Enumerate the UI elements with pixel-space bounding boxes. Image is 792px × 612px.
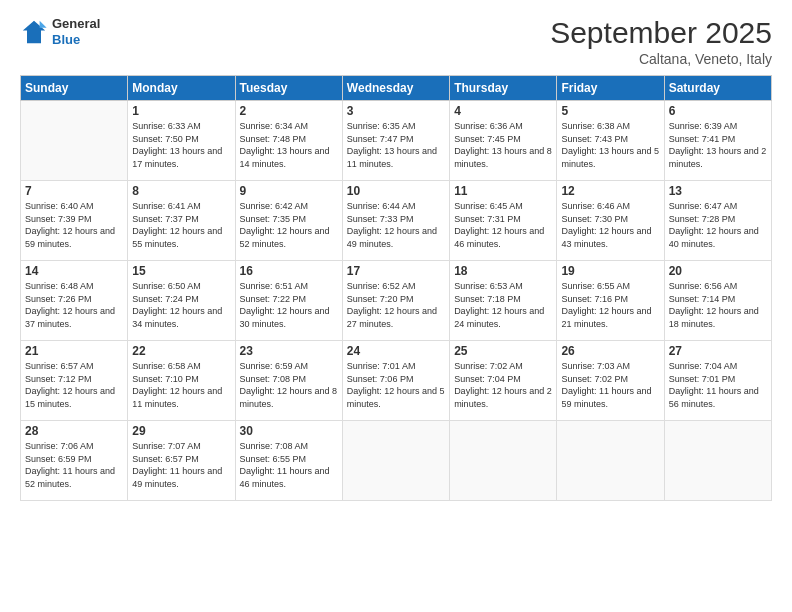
day-number: 30 <box>240 424 338 438</box>
day-cell: 9Sunrise: 6:42 AM Sunset: 7:35 PM Daylig… <box>235 181 342 261</box>
day-number: 28 <box>25 424 123 438</box>
day-cell: 6Sunrise: 6:39 AM Sunset: 7:41 PM Daylig… <box>664 101 771 181</box>
page: General Blue September 2025 Caltana, Ven… <box>0 0 792 612</box>
day-cell: 13Sunrise: 6:47 AM Sunset: 7:28 PM Dayli… <box>664 181 771 261</box>
day-cell: 30Sunrise: 7:08 AM Sunset: 6:55 PM Dayli… <box>235 421 342 501</box>
day-cell: 15Sunrise: 6:50 AM Sunset: 7:24 PM Dayli… <box>128 261 235 341</box>
day-cell: 1Sunrise: 6:33 AM Sunset: 7:50 PM Daylig… <box>128 101 235 181</box>
day-cell <box>450 421 557 501</box>
day-number: 25 <box>454 344 552 358</box>
day-info: Sunrise: 6:46 AM Sunset: 7:30 PM Dayligh… <box>561 200 659 250</box>
day-number: 20 <box>669 264 767 278</box>
day-number: 2 <box>240 104 338 118</box>
week-row-1: 1Sunrise: 6:33 AM Sunset: 7:50 PM Daylig… <box>21 101 772 181</box>
day-number: 18 <box>454 264 552 278</box>
day-cell: 25Sunrise: 7:02 AM Sunset: 7:04 PM Dayli… <box>450 341 557 421</box>
title-block: September 2025 Caltana, Veneto, Italy <box>550 16 772 67</box>
day-number: 4 <box>454 104 552 118</box>
subtitle: Caltana, Veneto, Italy <box>550 51 772 67</box>
header-row: Sunday Monday Tuesday Wednesday Thursday… <box>21 76 772 101</box>
day-cell <box>342 421 449 501</box>
day-cell: 7Sunrise: 6:40 AM Sunset: 7:39 PM Daylig… <box>21 181 128 261</box>
day-cell: 24Sunrise: 7:01 AM Sunset: 7:06 PM Dayli… <box>342 341 449 421</box>
day-number: 13 <box>669 184 767 198</box>
week-row-4: 21Sunrise: 6:57 AM Sunset: 7:12 PM Dayli… <box>21 341 772 421</box>
day-cell: 3Sunrise: 6:35 AM Sunset: 7:47 PM Daylig… <box>342 101 449 181</box>
day-cell: 23Sunrise: 6:59 AM Sunset: 7:08 PM Dayli… <box>235 341 342 421</box>
day-info: Sunrise: 6:35 AM Sunset: 7:47 PM Dayligh… <box>347 120 445 170</box>
col-thursday: Thursday <box>450 76 557 101</box>
logo-icon <box>20 18 48 46</box>
day-number: 29 <box>132 424 230 438</box>
day-number: 24 <box>347 344 445 358</box>
day-cell: 11Sunrise: 6:45 AM Sunset: 7:31 PM Dayli… <box>450 181 557 261</box>
day-info: Sunrise: 7:02 AM Sunset: 7:04 PM Dayligh… <box>454 360 552 410</box>
day-info: Sunrise: 7:03 AM Sunset: 7:02 PM Dayligh… <box>561 360 659 410</box>
day-info: Sunrise: 6:48 AM Sunset: 7:26 PM Dayligh… <box>25 280 123 330</box>
day-number: 9 <box>240 184 338 198</box>
week-row-3: 14Sunrise: 6:48 AM Sunset: 7:26 PM Dayli… <box>21 261 772 341</box>
day-number: 1 <box>132 104 230 118</box>
day-number: 16 <box>240 264 338 278</box>
day-cell <box>21 101 128 181</box>
day-number: 26 <box>561 344 659 358</box>
day-info: Sunrise: 7:01 AM Sunset: 7:06 PM Dayligh… <box>347 360 445 410</box>
day-number: 27 <box>669 344 767 358</box>
day-number: 22 <box>132 344 230 358</box>
day-info: Sunrise: 6:57 AM Sunset: 7:12 PM Dayligh… <box>25 360 123 410</box>
day-info: Sunrise: 6:36 AM Sunset: 7:45 PM Dayligh… <box>454 120 552 170</box>
day-number: 7 <box>25 184 123 198</box>
day-cell: 8Sunrise: 6:41 AM Sunset: 7:37 PM Daylig… <box>128 181 235 261</box>
day-number: 8 <box>132 184 230 198</box>
day-info: Sunrise: 7:07 AM Sunset: 6:57 PM Dayligh… <box>132 440 230 490</box>
day-cell: 5Sunrise: 6:38 AM Sunset: 7:43 PM Daylig… <box>557 101 664 181</box>
day-info: Sunrise: 6:55 AM Sunset: 7:16 PM Dayligh… <box>561 280 659 330</box>
svg-marker-1 <box>40 20 47 27</box>
header: General Blue September 2025 Caltana, Ven… <box>20 16 772 67</box>
day-info: Sunrise: 6:45 AM Sunset: 7:31 PM Dayligh… <box>454 200 552 250</box>
day-cell: 28Sunrise: 7:06 AM Sunset: 6:59 PM Dayli… <box>21 421 128 501</box>
day-number: 3 <box>347 104 445 118</box>
day-cell: 29Sunrise: 7:07 AM Sunset: 6:57 PM Dayli… <box>128 421 235 501</box>
day-cell: 17Sunrise: 6:52 AM Sunset: 7:20 PM Dayli… <box>342 261 449 341</box>
day-cell: 27Sunrise: 7:04 AM Sunset: 7:01 PM Dayli… <box>664 341 771 421</box>
day-info: Sunrise: 6:34 AM Sunset: 7:48 PM Dayligh… <box>240 120 338 170</box>
day-number: 21 <box>25 344 123 358</box>
day-info: Sunrise: 7:06 AM Sunset: 6:59 PM Dayligh… <box>25 440 123 490</box>
day-cell: 10Sunrise: 6:44 AM Sunset: 7:33 PM Dayli… <box>342 181 449 261</box>
day-cell <box>664 421 771 501</box>
week-row-5: 28Sunrise: 7:06 AM Sunset: 6:59 PM Dayli… <box>21 421 772 501</box>
day-cell: 18Sunrise: 6:53 AM Sunset: 7:18 PM Dayli… <box>450 261 557 341</box>
main-title: September 2025 <box>550 16 772 49</box>
day-info: Sunrise: 6:44 AM Sunset: 7:33 PM Dayligh… <box>347 200 445 250</box>
day-info: Sunrise: 6:53 AM Sunset: 7:18 PM Dayligh… <box>454 280 552 330</box>
day-info: Sunrise: 7:08 AM Sunset: 6:55 PM Dayligh… <box>240 440 338 490</box>
day-info: Sunrise: 6:59 AM Sunset: 7:08 PM Dayligh… <box>240 360 338 410</box>
calendar-header: Sunday Monday Tuesday Wednesday Thursday… <box>21 76 772 101</box>
day-info: Sunrise: 6:38 AM Sunset: 7:43 PM Dayligh… <box>561 120 659 170</box>
day-info: Sunrise: 6:40 AM Sunset: 7:39 PM Dayligh… <box>25 200 123 250</box>
col-saturday: Saturday <box>664 76 771 101</box>
day-info: Sunrise: 6:41 AM Sunset: 7:37 PM Dayligh… <box>132 200 230 250</box>
day-info: Sunrise: 6:50 AM Sunset: 7:24 PM Dayligh… <box>132 280 230 330</box>
day-number: 17 <box>347 264 445 278</box>
day-info: Sunrise: 6:56 AM Sunset: 7:14 PM Dayligh… <box>669 280 767 330</box>
day-cell: 21Sunrise: 6:57 AM Sunset: 7:12 PM Dayli… <box>21 341 128 421</box>
col-sunday: Sunday <box>21 76 128 101</box>
day-number: 10 <box>347 184 445 198</box>
day-info: Sunrise: 6:47 AM Sunset: 7:28 PM Dayligh… <box>669 200 767 250</box>
day-info: Sunrise: 6:33 AM Sunset: 7:50 PM Dayligh… <box>132 120 230 170</box>
day-number: 11 <box>454 184 552 198</box>
day-info: Sunrise: 6:51 AM Sunset: 7:22 PM Dayligh… <box>240 280 338 330</box>
day-info: Sunrise: 6:58 AM Sunset: 7:10 PM Dayligh… <box>132 360 230 410</box>
col-wednesday: Wednesday <box>342 76 449 101</box>
day-number: 15 <box>132 264 230 278</box>
day-number: 6 <box>669 104 767 118</box>
day-cell: 16Sunrise: 6:51 AM Sunset: 7:22 PM Dayli… <box>235 261 342 341</box>
day-number: 23 <box>240 344 338 358</box>
day-info: Sunrise: 6:52 AM Sunset: 7:20 PM Dayligh… <box>347 280 445 330</box>
day-cell: 22Sunrise: 6:58 AM Sunset: 7:10 PM Dayli… <box>128 341 235 421</box>
day-cell: 19Sunrise: 6:55 AM Sunset: 7:16 PM Dayli… <box>557 261 664 341</box>
col-friday: Friday <box>557 76 664 101</box>
day-cell <box>557 421 664 501</box>
